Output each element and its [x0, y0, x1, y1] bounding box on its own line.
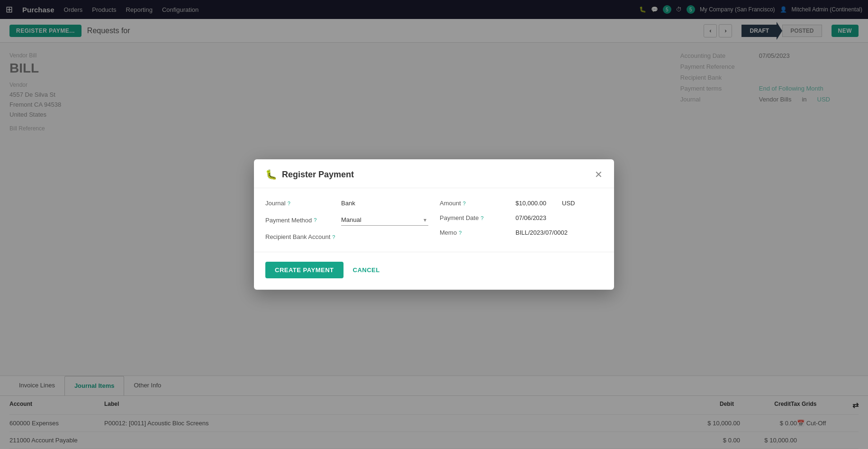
- create-payment-button[interactable]: CREATE PAYMENT: [265, 262, 344, 278]
- payment-method-row: Payment Method ? Manual Check Electronic: [265, 214, 428, 226]
- form-grid: Journal ? Bank Payment Method ? Manual: [265, 200, 603, 240]
- amount-currency: USD: [562, 200, 603, 207]
- payment-method-select-wrapper: Manual Check Electronic: [341, 214, 428, 226]
- form-right: Amount ? $10,000.00 USD Payment Date ?: [440, 200, 603, 240]
- amount-field-label: Amount ?: [440, 200, 515, 207]
- payment-method-field-label: Payment Method ?: [265, 217, 341, 224]
- modal-title: Register Payment: [282, 170, 354, 180]
- journal-field-label: Journal ?: [265, 200, 341, 207]
- modal-footer: CREATE PAYMENT CANCEL: [254, 252, 614, 290]
- payment-date-row: Payment Date ? 07/06/2023: [440, 214, 603, 221]
- amount-help[interactable]: ?: [463, 201, 466, 206]
- register-payment-modal: 🐛 Register Payment ✕ Journal ? Bank: [254, 159, 614, 290]
- recipient-bank-help[interactable]: ?: [332, 234, 335, 240]
- recipient-bank-row: Recipient Bank Account ?: [265, 233, 428, 240]
- memo-help[interactable]: ?: [459, 230, 461, 236]
- modal-header: 🐛 Register Payment ✕: [254, 159, 614, 188]
- payment-date-field-value: 07/06/2023: [515, 214, 603, 221]
- payment-date-help[interactable]: ?: [480, 215, 483, 221]
- modal-body: Journal ? Bank Payment Method ? Manual: [254, 188, 614, 252]
- payment-date-field-label: Payment Date ?: [440, 214, 515, 221]
- memo-field-label: Memo ?: [440, 229, 515, 236]
- memo-row: Memo ? BILL/2023/07/0002: [440, 229, 603, 236]
- form-left: Journal ? Bank Payment Method ? Manual: [265, 200, 428, 240]
- memo-field-value: BILL/2023/07/0002: [515, 229, 603, 236]
- payment-method-select[interactable]: Manual Check Electronic: [341, 214, 428, 226]
- journal-field-value: Bank: [341, 200, 428, 207]
- payment-modal-icon: 🐛: [265, 169, 277, 180]
- amount-field-value: $10,000.00: [515, 200, 556, 207]
- amount-row: Amount ? $10,000.00 USD: [440, 200, 603, 207]
- modal-overlay: 🐛 Register Payment ✕ Journal ? Bank: [0, 0, 868, 449]
- journal-help[interactable]: ?: [288, 201, 290, 206]
- recipient-bank-field-label: Recipient Bank Account ?: [265, 233, 341, 240]
- payment-method-help[interactable]: ?: [314, 217, 316, 223]
- journal-row: Journal ? Bank: [265, 200, 428, 207]
- modal-close-button[interactable]: ✕: [595, 169, 603, 180]
- cancel-button[interactable]: CANCEL: [351, 262, 382, 278]
